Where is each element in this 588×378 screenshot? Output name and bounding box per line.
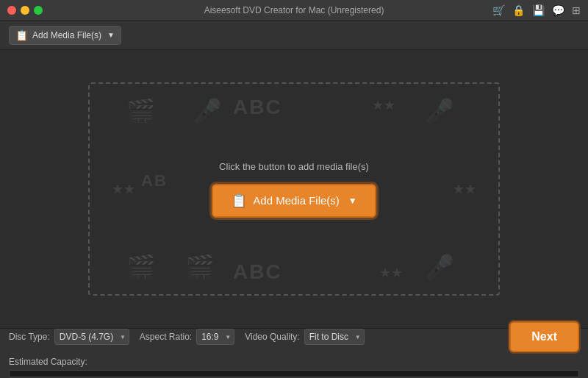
- bg-abc-2: AB: [141, 171, 168, 190]
- video-quality-select-wrapper: Fit to Disc High Medium Low: [304, 329, 365, 345]
- add-media-toolbar-label: Add Media File(s): [32, 30, 101, 40]
- bg-film-icon-1: 🎬: [126, 97, 156, 125]
- bg-mic-icon-3: 🎤: [425, 253, 454, 281]
- toolbar-dropdown-arrow: ▼: [107, 31, 115, 39]
- drop-hint-text: Click the button to add media file(s): [219, 161, 369, 172]
- bg-abc-1: ABC: [233, 96, 282, 119]
- bg-star-icon-3: ★★: [453, 181, 476, 197]
- bg-mic-icon-1: 🎤: [193, 97, 222, 125]
- disc-type-select-wrapper: DVD-5 (4.7G) DVD-9 (8.5G) BD-25 (25G) BD…: [54, 329, 129, 345]
- bg-film-icon-2: 🎬: [126, 253, 156, 281]
- bg-star-icon-4: ★★: [379, 265, 403, 281]
- video-quality-label: Video Quality:: [245, 332, 300, 342]
- add-media-toolbar-icon: 📋: [15, 29, 28, 41]
- capacity-bar-track: [9, 370, 579, 377]
- aspect-ratio-select[interactable]: 4:3 16:9: [196, 329, 234, 345]
- aspect-ratio-field: Aspect Ratio: 4:3 16:9: [140, 329, 234, 345]
- center-dropdown-arrow: ▼: [348, 196, 357, 206]
- close-button[interactable]: [7, 6, 16, 15]
- chat-icon[interactable]: 💬: [552, 4, 564, 16]
- aspect-ratio-label: Aspect Ratio:: [140, 332, 192, 342]
- title-icon-group: 🛒 🔒 💾 💬 ⊞: [492, 4, 581, 16]
- bg-film-icon-3: 🎬: [185, 253, 215, 281]
- bg-star-icon-2: ★★: [112, 181, 135, 197]
- video-quality-field: Video Quality: Fit to Disc High Medium L…: [245, 329, 365, 345]
- main-content-area: 🎬 🎤 ABC ★★ 🎤 ★★ AB ★★ 🎬 🎬 ABC 🎤 ★★ Click…: [0, 50, 588, 328]
- bg-mic-icon-2: 🎤: [425, 97, 454, 125]
- aspect-ratio-select-wrapper: 4:3 16:9: [196, 329, 234, 345]
- add-media-toolbar-button[interactable]: 📋 Add Media File(s) ▼: [9, 26, 121, 45]
- toolbar: 📋 Add Media File(s) ▼: [0, 21, 588, 50]
- disc-type-select[interactable]: DVD-5 (4.7G) DVD-9 (8.5G) BD-25 (25G) BD…: [54, 329, 129, 345]
- drop-zone: 🎬 🎤 ABC ★★ 🎤 ★★ AB ★★ 🎬 🎬 ABC 🎤 ★★ Click…: [88, 82, 500, 296]
- traffic-lights: [7, 6, 43, 15]
- estimated-capacity-label: Estimated Capacity:: [9, 357, 579, 367]
- capacity-row: Estimated Capacity: 0.5GB 1GB 1.5GB 2GB …: [9, 357, 579, 379]
- add-media-center-icon: 📋: [231, 193, 247, 209]
- add-media-center-label: Add Media File(s): [253, 194, 340, 207]
- bg-abc-3: ABC: [233, 260, 282, 284]
- window-title: Aiseesoft DVD Creator for Mac (Unregiste…: [204, 5, 384, 15]
- save-icon[interactable]: 💾: [532, 4, 545, 16]
- lock-icon[interactable]: 🔒: [512, 4, 525, 16]
- video-quality-select[interactable]: Fit to Disc High Medium Low: [304, 329, 365, 345]
- bg-star-icon-1: ★★: [372, 97, 395, 113]
- bottom-bottom-row: Estimated Capacity: 0.5GB 1GB 1.5GB 2GB …: [9, 357, 579, 379]
- next-button[interactable]: Next: [509, 321, 579, 352]
- bottom-bar-inner: Disc Type: DVD-5 (4.7G) DVD-9 (8.5G) BD-…: [9, 329, 579, 378]
- bottom-bar: Disc Type: DVD-5 (4.7G) DVD-9 (8.5G) BD-…: [0, 328, 588, 378]
- bottom-top-row: Disc Type: DVD-5 (4.7G) DVD-9 (8.5G) BD-…: [9, 321, 579, 352]
- disc-type-label: Disc Type:: [9, 332, 50, 342]
- maximize-button[interactable]: [34, 6, 43, 15]
- add-media-center-button[interactable]: 📋 Add Media File(s) ▼: [212, 184, 376, 218]
- title-bar: Aiseesoft DVD Creator for Mac (Unregiste…: [0, 0, 588, 21]
- minimize-button[interactable]: [21, 6, 29, 15]
- expand-icon[interactable]: ⊞: [572, 4, 581, 16]
- cart-icon[interactable]: 🛒: [492, 4, 505, 16]
- disc-type-field: Disc Type: DVD-5 (4.7G) DVD-9 (8.5G) BD-…: [9, 329, 129, 345]
